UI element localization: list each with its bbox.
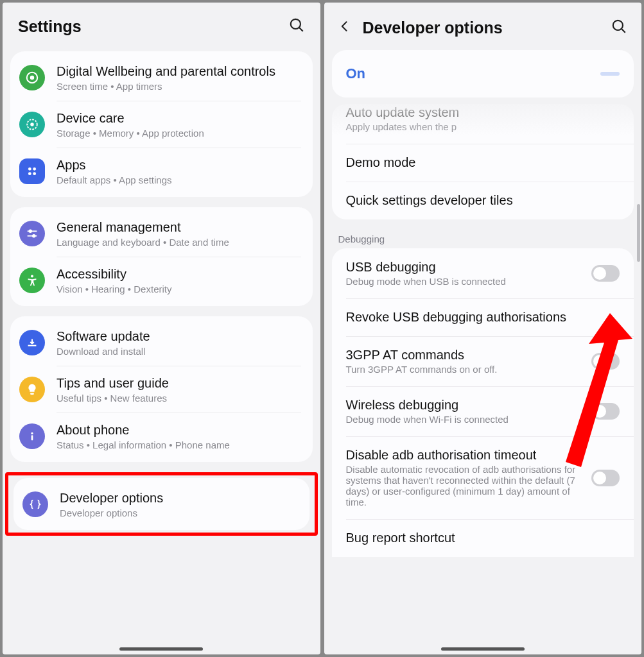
row-tips-and-user-guide[interactable]: Tips and user guideUseful tips • New fea… <box>10 366 313 413</box>
svg-point-8 <box>28 172 31 175</box>
row-title: Software update <box>57 328 150 345</box>
row-title: Accessibility <box>57 266 171 282</box>
wellbeing-icon <box>19 65 45 90</box>
row-subtitle: Turn 3GPP AT commands on or off. <box>346 364 584 375</box>
svg-point-7 <box>33 167 36 170</box>
developer-options-screen: Developer options On Auto update system … <box>324 3 642 654</box>
developer-options-highlight: Developer options Developer options <box>5 472 318 536</box>
row-apps[interactable]: AppsDefault apps • App settings <box>10 148 313 194</box>
row-title: 3GPP AT commands <box>346 348 584 363</box>
page-title: Settings <box>18 17 82 36</box>
row-subtitle: Language and keyboard • Date and time <box>57 237 229 248</box>
row-subtitle: Debug mode when USB is connected <box>346 276 584 287</box>
settings-card: Digital Wellbeing and parental controlsS… <box>10 51 313 197</box>
settings-header: Settings <box>3 3 320 47</box>
svg-point-13 <box>33 234 35 237</box>
row-software-update[interactable]: Software updateDownload and install <box>10 319 313 366</box>
row-subtitle: Useful tips • New features <box>57 393 169 404</box>
row-subtitle: Apply updates when the p <box>346 121 620 132</box>
row-title: Tips and user guide <box>57 375 169 391</box>
svg-point-11 <box>29 230 31 232</box>
home-indicator[interactable] <box>441 647 525 651</box>
svg-point-0 <box>290 19 300 29</box>
row-disable-adb-authorisation-timeout[interactable]: Disable adb authorisation timeoutDisable… <box>332 436 634 519</box>
braces-icon <box>22 491 48 517</box>
row-title: General management <box>57 219 229 235</box>
row-subtitle: Default apps • App settings <box>57 175 172 185</box>
svg-point-17 <box>613 21 623 30</box>
row-general-management[interactable]: General managementLanguage and keyboard … <box>10 210 313 257</box>
row-title: Device care <box>57 110 204 126</box>
debugging-list: USB debuggingDebug mode when USB is conn… <box>332 248 634 557</box>
row-subtitle: Screen time • App timers <box>57 81 275 92</box>
row-gpp-at-commands[interactable]: 3GPP AT commandsTurn 3GPP AT commands on… <box>332 336 634 386</box>
row-subtitle: Download and install <box>57 346 150 357</box>
toggle[interactable] <box>591 470 620 486</box>
row-device-care[interactable]: Device careStorage • Memory • App protec… <box>10 101 313 148</box>
svg-rect-16 <box>31 435 33 440</box>
row-wireless-debugging[interactable]: Wireless debuggingDebug mode when Wi-Fi … <box>332 386 634 436</box>
scrollbar[interactable] <box>637 204 640 262</box>
svg-point-3 <box>30 75 34 79</box>
developer-header: Developer options <box>324 3 642 50</box>
section-debugging: Debugging <box>324 219 642 248</box>
row-revoke-usb-debugging-authorisations[interactable]: Revoke USB debugging authorisations <box>332 298 634 336</box>
row-title: Auto update system <box>346 105 620 120</box>
row-subtitle: Vision • Hearing • Dexterity <box>57 284 171 294</box>
svg-point-15 <box>31 432 33 434</box>
bulb-icon <box>19 377 45 402</box>
row-title: Digital Wellbeing and parental controls <box>57 63 275 80</box>
row-title: Apps <box>57 157 172 173</box>
svg-line-1 <box>299 28 302 31</box>
row-subtitle: Developer options <box>60 508 163 518</box>
row-title: Wireless debugging <box>346 398 584 413</box>
options-list: Auto update system Apply updates when th… <box>332 104 634 219</box>
back-icon[interactable] <box>338 20 351 35</box>
settings-card: General managementLanguage and keyboard … <box>10 207 313 306</box>
a11y-icon <box>19 268 45 293</box>
row-subtitle: Status • Legal information • Phone name <box>57 439 230 450</box>
toggle[interactable] <box>591 265 620 282</box>
row-title: Disable adb authorisation timeout <box>346 448 584 463</box>
svg-point-9 <box>33 172 36 175</box>
row-demo-mode[interactable]: Demo mode <box>332 144 634 182</box>
toggle-on-icon <box>600 72 620 76</box>
row-subtitle: Disable automatic revocation of adb auth… <box>346 464 584 508</box>
row-title: About phone <box>57 422 230 438</box>
svg-point-5 <box>30 123 34 126</box>
settings-card: Software updateDownload and installTips … <box>10 316 313 462</box>
row-title: Quick settings developer tiles <box>346 193 620 208</box>
info-icon <box>19 423 45 449</box>
svg-line-18 <box>622 29 625 32</box>
update-icon <box>19 330 45 355</box>
row-title: Developer options <box>60 490 163 506</box>
row-bug-report-shortcut[interactable]: Bug report shortcut <box>332 519 634 557</box>
row-digital-wellbeing-and-parental-controls[interactable]: Digital Wellbeing and parental controlsS… <box>10 54 313 101</box>
home-indicator[interactable] <box>119 647 203 651</box>
page-title: Developer options <box>363 19 600 37</box>
row-developer-options[interactable]: Developer options Developer options <box>13 481 309 527</box>
row-title: USB debugging <box>346 260 584 275</box>
svg-point-14 <box>31 275 33 277</box>
search-icon[interactable] <box>288 17 305 36</box>
row-auto-update[interactable]: Auto update system Apply updates when th… <box>332 104 634 144</box>
row-accessibility[interactable]: AccessibilityVision • Hearing • Dexterit… <box>10 257 313 303</box>
master-toggle-card: On <box>332 50 634 98</box>
developer-options-master-toggle[interactable]: On <box>332 50 634 98</box>
row-title: Revoke USB debugging authorisations <box>346 310 613 325</box>
sliders-icon <box>19 221 45 246</box>
toggle[interactable] <box>591 403 620 420</box>
row-quick-tiles[interactable]: Quick settings developer tiles <box>332 182 634 219</box>
settings-screen: Settings Digital Wellbeing and parental … <box>3 3 320 654</box>
row-title: Bug report shortcut <box>346 531 613 545</box>
row-subtitle: Storage • Memory • App protection <box>57 128 204 139</box>
search-icon[interactable] <box>611 18 627 37</box>
toggle[interactable] <box>591 353 620 370</box>
row-usb-debugging[interactable]: USB debuggingDebug mode when USB is conn… <box>332 248 634 298</box>
shield-icon <box>19 112 45 137</box>
row-about-phone[interactable]: About phoneStatus • Legal information • … <box>10 413 313 459</box>
on-label: On <box>346 65 366 82</box>
row-subtitle: Debug mode when Wi-Fi is connected <box>346 414 584 425</box>
svg-point-6 <box>28 167 31 170</box>
apps-icon <box>19 158 45 184</box>
